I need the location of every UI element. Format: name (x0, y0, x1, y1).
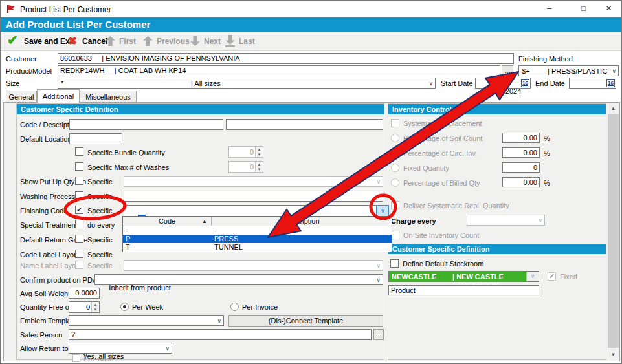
max-washes-spinner[interactable]: 0 ▲▼ (228, 161, 263, 173)
first-button[interactable]: First (119, 37, 136, 46)
specific-label: Specific (87, 178, 113, 186)
last-arrow-bar (225, 45, 235, 47)
size-combo[interactable]: * | All sizes ∨ (58, 78, 436, 89)
fixed-checkbox[interactable] (548, 272, 556, 281)
product-browse-button[interactable]: ... (502, 65, 513, 76)
percent-label: % (544, 179, 550, 187)
pct-circ-field[interactable]: 0.00 (502, 147, 540, 158)
maximize-button[interactable]: □ (569, 1, 598, 17)
show-put-up-specific-checkbox[interactable] (75, 177, 83, 185)
save-and-exit-button[interactable]: Save and Exit (24, 37, 74, 46)
washing-process-dropdown[interactable]: ∨ (124, 191, 383, 202)
tab-additional[interactable]: Additional (37, 89, 80, 103)
finishing-code-dropdown-button[interactable]: ∨ (377, 205, 389, 217)
specific-washes-checkbox[interactable] (75, 162, 83, 171)
code-field[interactable] (69, 119, 223, 130)
product-model-field[interactable]: REDKP14WH | COAT LAB WH KP14 (58, 65, 500, 76)
last-button[interactable]: Last (239, 37, 255, 46)
stockroom-combo[interactable]: NEWCASTLE | NEW CASTLE STOCKROOM ∨ (388, 271, 539, 282)
window-title: Product List Per Customer (20, 5, 111, 14)
cancel-x-icon: ✖ (68, 34, 77, 48)
pct-billed-radio[interactable] (391, 178, 399, 187)
start-date-label: Start Date (441, 80, 473, 87)
dropdown-row[interactable]: -- (123, 226, 392, 235)
previous-arrow-icon (143, 36, 153, 46)
default-location-field[interactable] (69, 133, 122, 144)
cancel-button[interactable]: Cancel (82, 37, 107, 46)
spinner-arrows-icon[interactable]: ▲▼ (255, 162, 263, 172)
onsite-inventory-label: On Site Inventory Count (403, 231, 479, 239)
spinner-arrows-icon[interactable]: ▲▼ (91, 302, 99, 312)
chevron-down-icon: ∨ (526, 272, 539, 281)
minimize-button[interactable]: – (535, 1, 564, 17)
pct-billed-field[interactable]: 0.00 (502, 177, 540, 187)
washing-process-specific-checkbox[interactable] (75, 191, 83, 200)
tab-miscellaneous[interactable]: Miscellaneous (80, 91, 137, 103)
per-invoice-label: Per Invoice (242, 303, 278, 311)
chevron-down-icon: ∨ (376, 193, 381, 201)
description-column-header[interactable]: Description (212, 217, 392, 226)
scroll-down-icon[interactable]: ▼ (608, 349, 619, 360)
specific-bundle-checkbox[interactable] (75, 147, 83, 156)
deliver-systematic-checkbox[interactable] (391, 201, 399, 209)
customer-field[interactable]: 86010633 | ENVISION IMAGING OF PENNSYLVA… (58, 53, 514, 64)
sales-person-browse-button[interactable]: ... (373, 329, 384, 340)
next-button[interactable]: Next (204, 37, 221, 46)
do-every-checkbox[interactable] (75, 220, 83, 228)
app-window: Product List Per Customer – □ ✕ Add Prod… (0, 0, 622, 364)
finishing-code-specific-checkbox[interactable] (75, 206, 83, 214)
stockroom-code: NEWCASTLE (392, 273, 437, 281)
calendar-icon[interactable]: 16 (606, 79, 615, 87)
bundle-qty-spinner[interactable]: 0 ▲▼ (228, 146, 263, 158)
default-return-specific-checkbox[interactable] (75, 235, 83, 243)
calendar-icon[interactable]: 16 (521, 79, 529, 87)
previous-button[interactable]: Previous (157, 37, 190, 46)
dropdown-row[interactable]: TTUNNEL (123, 243, 392, 252)
show-put-up-dropdown[interactable]: ∨ (124, 176, 383, 187)
avg-soil-field[interactable]: 0.0000 (69, 288, 100, 299)
fixed-qty-field[interactable]: 0 (502, 162, 540, 173)
define-stockroom-checkbox[interactable] (390, 259, 399, 268)
systematic-replacement-checkbox[interactable] (391, 119, 399, 127)
sales-person-field[interactable]: ? (69, 329, 372, 340)
emblem-dropdown[interactable]: ∨ (69, 315, 224, 326)
close-button[interactable]: ✕ (596, 1, 621, 17)
pct-circ-radio[interactable] (391, 149, 399, 157)
tab-general[interactable]: General (6, 91, 37, 103)
percent-label: % (544, 134, 550, 142)
scrollbar-thumb[interactable] (608, 114, 619, 348)
prewash-checkbox[interactable] (72, 354, 80, 362)
size-code: * (61, 80, 63, 88)
connect-template-button[interactable]: (Dis-)Connect Template (228, 315, 383, 327)
specific-bundle-label: Specific Bundle Quantity (87, 149, 165, 156)
charge-every-dropdown[interactable]: ∨ (467, 215, 545, 226)
charge-every-label: Charge every (391, 217, 436, 225)
confirm-pda-dropdown[interactable]: Inherit from product ∨ (94, 274, 383, 285)
name-label-layout-dropdown[interactable]: ∨ (124, 260, 383, 271)
spinner-arrows-icon[interactable]: ▲▼ (255, 147, 263, 157)
toolbar: ✔ Save and Exit ✖ Cancel First Previous … (1, 32, 621, 51)
name-label-layout-specific-checkbox[interactable] (75, 261, 83, 269)
fixed-qty-radio[interactable] (391, 164, 399, 172)
vertical-scrollbar[interactable]: ▲ ▼ (608, 103, 619, 360)
specific-label: Specific (87, 251, 113, 259)
finishing-code-combo[interactable]: P (124, 205, 377, 217)
end-date-field[interactable]: 16 (569, 78, 616, 89)
sales-person-label: Sales Person (20, 331, 62, 339)
code-label-layout-specific-checkbox[interactable] (75, 250, 83, 258)
start-date-field[interactable]: 02/07/2024 16 (475, 78, 531, 89)
qty-free-spinner[interactable]: 0 ▲▼ (69, 301, 100, 313)
description-field[interactable] (226, 119, 383, 130)
pct-soil-radio[interactable] (391, 134, 399, 142)
dropdown-row-selected[interactable]: PPRESS (123, 235, 392, 243)
confirm-pda-label: Confirm product on PDA (20, 276, 97, 284)
allow-return-dropdown[interactable]: Yes, all sizes ∨ (69, 343, 172, 354)
pct-soil-field[interactable]: 0.00 (502, 133, 540, 143)
per-week-radio[interactable] (120, 303, 129, 311)
stockroom-product-field[interactable]: Product (388, 285, 539, 295)
scroll-up-icon[interactable]: ▲ (608, 103, 619, 114)
per-invoice-radio[interactable] (230, 303, 239, 311)
finishing-method-combo[interactable]: $+ | PRESS/PLASTIC ∨ (518, 65, 619, 76)
pct-soil-label: Percentage of Soil Count (403, 134, 482, 142)
code-column-header[interactable]: Code ▲ (123, 217, 212, 226)
